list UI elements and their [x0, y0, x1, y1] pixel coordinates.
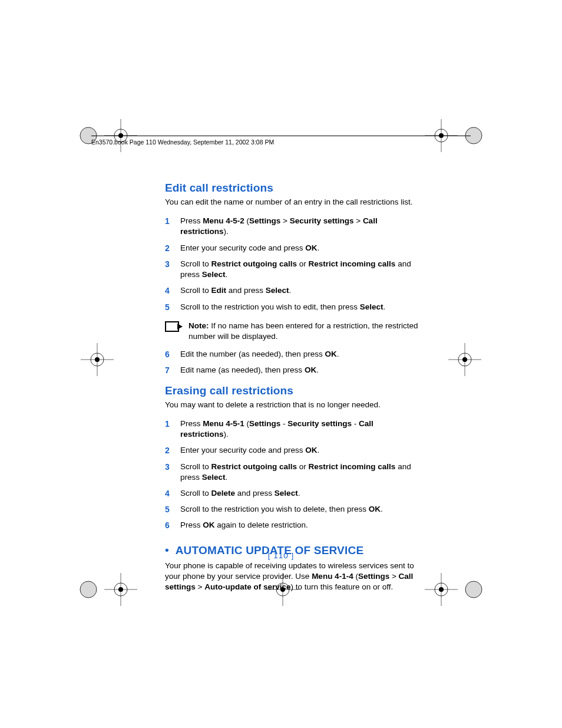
crop-mark-icon [77, 115, 147, 156]
svg-point-11 [465, 127, 482, 144]
steps-erase: Press Menu 4-5-1 (Settings - Security se… [165, 419, 418, 531]
step-7: Edit name (as needed), then press OK. [165, 365, 418, 375]
svg-point-13 [80, 581, 97, 598]
step-3: Scroll to Restrict outgoing calls or Res… [165, 259, 418, 280]
step-e5: Scroll to the restriction you wish to de… [165, 504, 418, 515]
crop-mark-icon [444, 339, 485, 380]
running-header: En3570.book Page 110 Wednesday, Septembe… [91, 136, 471, 150]
step-4: Scroll to Edit and press Select. [165, 285, 418, 296]
svg-point-27 [465, 581, 482, 598]
step-e3: Scroll to Restrict outgoing calls or Res… [165, 462, 418, 483]
step-1: Press Menu 4-5-2 (Settings > Security se… [165, 216, 418, 237]
crop-mark-icon [77, 339, 118, 380]
step-6: Edit the number (as needed), then press … [165, 349, 418, 360]
note-text: Note: If no name has been entered for a … [189, 321, 418, 342]
step-5: Scroll to the restriction you wish to ed… [165, 302, 418, 312]
note-row: Note: If no name has been entered for a … [165, 321, 418, 342]
heading-edit-call-restrictions: Edit call restrictions [165, 182, 418, 195]
note-icon-wrap [165, 321, 189, 332]
page-content: Edit call restrictions You can edit the … [165, 182, 418, 601]
step-e2: Enter your security code and press OK. [165, 445, 418, 456]
crop-mark-icon [415, 569, 485, 610]
crop-mark-icon [415, 115, 485, 156]
heading-erasing-call-restrictions: Erasing call restrictions [165, 384, 418, 397]
step-e1: Press Menu 4-5-1 (Settings - Security se… [165, 419, 418, 440]
crop-mark-icon [77, 569, 147, 610]
crop-mark-icon [247, 569, 318, 610]
step-2: Enter your security code and press OK. [165, 243, 418, 253]
intro-edit: You can edit the name or number of an en… [165, 197, 418, 207]
svg-point-1 [80, 127, 97, 144]
page-number: [ 110 ] [0, 551, 562, 560]
steps-edit-2: Edit the number (as needed), then press … [165, 349, 418, 375]
step-e6: Press OK again to delete restriction. [165, 520, 418, 531]
steps-edit-1: Press Menu 4-5-2 (Settings > Security se… [165, 216, 418, 312]
intro-erase: You may want to delete a restriction tha… [165, 400, 418, 410]
note-arrow-icon [165, 321, 179, 332]
step-e4: Scroll to Delete and press Select. [165, 488, 418, 499]
